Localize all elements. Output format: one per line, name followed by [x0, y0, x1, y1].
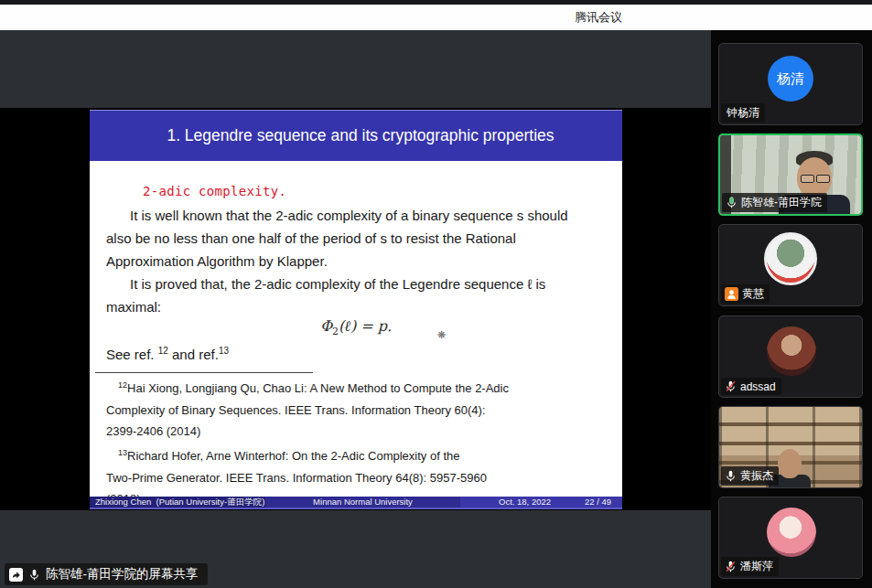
participant-name-tag: 陈智雄-莆田学院 [722, 193, 827, 212]
paragraph-line: also be no less than one half of the per… [106, 227, 568, 250]
participant-name-tag: adssad [721, 378, 781, 395]
participant-name: 潘斯萍 [740, 559, 773, 574]
footnote-marker: 13 [118, 448, 127, 457]
footline-author: Zhixiong Chen (Putian University-莆田学院) [90, 497, 265, 508]
participant-name: 黄振杰 [740, 468, 773, 484]
slide-title: 1. Legendre sequence and its cryptograph… [90, 110, 622, 161]
footnote-line: 12Hai Xiong, Longjiang Qu, Chao Li: A Ne… [106, 375, 509, 400]
share-screen-icon [9, 568, 23, 582]
paragraph-line: It is proved that, the 2-adic complexity… [106, 273, 545, 295]
footnote-rule [95, 372, 313, 373]
participant-name-tag: 钟杨清 [721, 103, 765, 123]
formula-rest: (ℓ) = p. [339, 317, 392, 335]
footline-page-number: 22 / 49 [585, 497, 611, 508]
avatar [767, 508, 816, 557]
slide-bottom-edge [90, 508, 622, 509]
meeting-window: 腾讯会议 1. Legendre sequence and its crypto… [0, 0, 872, 588]
participant-tile[interactable]: 黄慧 [718, 224, 863, 306]
footnote-line: Complexity of Binary Sequences. IEEE Tra… [106, 400, 509, 422]
participant-name: adssad [740, 380, 776, 393]
see-ref-text: and ref. [168, 347, 219, 362]
footnote-marker: 12 [118, 380, 127, 390]
avatar: 杨清 [768, 56, 813, 102]
participant-name: 钟杨清 [727, 105, 759, 121]
mic-icon [28, 568, 40, 582]
avatar [764, 232, 817, 285]
participant-tile[interactable]: 杨清 钟杨清 [718, 43, 863, 125]
slide-footnotes: 12Hai Xiong, Longjiang Qu, Chao Li: A Ne… [106, 375, 509, 510]
mic-muted-icon [725, 560, 737, 573]
slide-footline: Zhixiong Chen (Putian University-莆田学院) M… [90, 497, 622, 508]
video-person-glasses [801, 175, 830, 183]
see-reference-line: See ref. 12 and ref.13 [106, 346, 229, 362]
participant-tile[interactable]: adssad [718, 315, 863, 398]
participant-name: 黄慧 [742, 286, 764, 302]
participant-name-tag: 潘斯萍 [721, 557, 779, 576]
footline-date-page: Oct. 18, 2022 22 / 49 [460, 497, 622, 508]
slide-section-heading: 2-adic complexity. [143, 184, 286, 198]
member-icon [725, 287, 738, 301]
slide-paragraph: It is well known that the 2-adic complex… [106, 204, 568, 273]
busy-cursor-icon: ❋ [437, 329, 446, 341]
footnote-line: 13Richard Hofer, Arne Winterhof: On the … [106, 443, 509, 467]
math-formula: Φ2(ℓ) = p. [90, 317, 622, 337]
screen-share-banner[interactable]: 陈智雄-莆田学院的屏幕共享 [5, 563, 208, 585]
app-title: 腾讯会议 [531, 5, 666, 30]
paragraph-line: It is well known that the 2-adic complex… [106, 204, 568, 227]
shared-slide: 1. Legendre sequence and its cryptograph… [90, 110, 622, 509]
ref-superscript: 13 [219, 346, 229, 356]
paragraph-line: Approximation Algorithm by Klapper. [106, 250, 568, 273]
window-titlebar: 腾讯会议 [0, 5, 872, 30]
participant-name-tag: 黄振杰 [721, 466, 779, 486]
footline-date: Oct. 18, 2022 [499, 497, 551, 508]
participant-tile-active-speaker[interactable]: 陈智雄-莆田学院 [718, 134, 863, 216]
avatar [767, 326, 816, 376]
see-ref-text: See ref. [106, 347, 158, 362]
formula-base: Φ [320, 317, 332, 335]
footnote-line: 2399-2406 (2014) [106, 421, 509, 443]
slide-paragraph: It is proved that, the 2-adic complexity… [106, 273, 545, 318]
paragraph-line: maximal: [106, 295, 545, 318]
footnote-line: Two-Prime Generator. IEEE Trans. Informa… [106, 467, 509, 489]
formula-subscript: 2 [332, 326, 339, 337]
share-banner-label: 陈智雄-莆田学院的屏幕共享 [46, 566, 199, 583]
footnote-text: Richard Hofer, Arne Winterhof: On the 2-… [127, 449, 459, 463]
mic-speaking-icon [726, 196, 737, 209]
screen-share-viewport: 1. Legendre sequence and its cryptograph… [0, 30, 711, 588]
participant-name: 陈智雄-莆田学院 [741, 195, 822, 210]
mic-icon [725, 469, 737, 483]
participant-tile[interactable]: 黄振杰 [718, 406, 863, 488]
footnote-text: Hai Xiong, Longjiang Qu, Chao Li: A New … [127, 381, 509, 395]
participant-name-tag: 黄慧 [721, 284, 770, 304]
footline-institute: Minnan Normal University [265, 497, 460, 508]
ref-superscript: 12 [158, 346, 168, 356]
video-person-head [778, 449, 802, 478]
participants-sidebar: 杨清 钟杨清 陈智雄-莆田学院 [711, 30, 872, 588]
mic-muted-icon [725, 380, 737, 393]
participant-tile[interactable]: 潘斯萍 [718, 497, 863, 579]
